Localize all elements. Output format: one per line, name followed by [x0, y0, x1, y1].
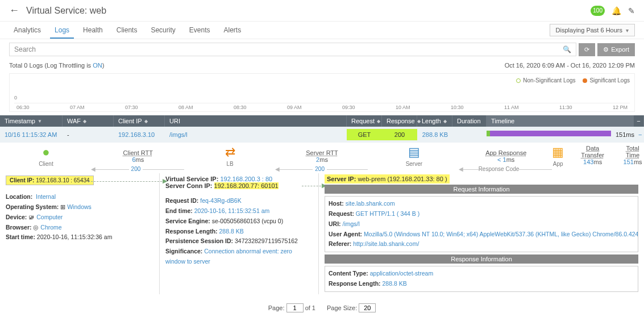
resp-len-v[interactable]: 288.8 KB — [383, 280, 407, 287]
bell-icon[interactable]: 🔔 — [612, 6, 621, 15]
arrow-200-1: 200 — [129, 166, 143, 172]
reqid-v[interactable]: feq-43Rg-dB6K — [200, 197, 241, 204]
data-transfer-val: 143 — [583, 158, 593, 165]
th-expand[interactable]: − — [634, 115, 644, 127]
row-method: GET — [347, 129, 382, 140]
total-pre: Total — [9, 62, 24, 69]
tab-events[interactable]: Events — [185, 22, 215, 39]
browser-k: Browser: — [6, 224, 32, 231]
sort-icon: ◆ — [83, 119, 86, 124]
s-bullet-icon — [583, 78, 587, 83]
server-ip-v: web-prem (192.168.201.33: 80 ) — [358, 176, 447, 182]
health-badge[interactable]: 100 — [591, 6, 605, 16]
endtime-k: End time: — [165, 207, 193, 214]
th-clientip[interactable]: Client IP◆ — [114, 115, 165, 127]
sig-k: Significance: — [165, 248, 202, 254]
page-k: Page: — [268, 304, 285, 311]
endtime-v[interactable]: 2020-10-16, 11:15:32:51 am — [194, 207, 270, 214]
th-uri[interactable]: URI — [165, 115, 347, 127]
arrow-line — [88, 181, 165, 182]
conn-ip-k: Server Conn IP: — [165, 182, 214, 189]
axis-x-tick: 12 PM — [613, 105, 628, 110]
data-transfer-label: Data Transfer — [577, 145, 608, 158]
log-row[interactable]: 10/16 11:15:32 AM - 192.168.3.10 /imgs/l… — [0, 127, 644, 143]
throttle-link[interactable]: ON — [93, 62, 102, 69]
os-k: Operating System: — [6, 203, 59, 210]
reqid-k: Request ID: — [165, 197, 198, 204]
export-button[interactable]: ⚙ Export — [597, 43, 635, 56]
refresh-icon: ⟳ — [584, 46, 589, 53]
location-k: Location: — [6, 193, 32, 200]
total-tail: ) — [102, 62, 105, 69]
client-ip-k: Client IP: — [10, 177, 36, 183]
axis-x-tick: 11:30 — [559, 105, 572, 110]
th-request[interactable]: Request◆ — [347, 115, 382, 127]
time-window: Oct 16, 2020 6:09 AM - Oct 16, 2020 12:0… — [505, 62, 635, 69]
pagesize-control: Page Size: — [327, 303, 376, 312]
th-duration[interactable]: Duration — [452, 115, 487, 127]
log-timeline-chart[interactable]: Non-Significant Logs Significant Logs 0 … — [9, 73, 635, 112]
axis-x-tick: 09:30 — [342, 105, 355, 110]
windows-icon: ⊞ — [60, 203, 65, 210]
pagesize-input[interactable] — [359, 303, 376, 312]
server-rtt-label: Server RTT — [276, 149, 368, 156]
search-input[interactable]: Search 🔍 — [9, 43, 576, 56]
th-label: Client IP — [118, 118, 142, 124]
axis-x-tick: 10:30 — [451, 105, 464, 110]
page-control: Page: of 1 — [268, 303, 315, 312]
th-waf[interactable]: WAF◆ — [63, 115, 114, 127]
th-length[interactable]: Length◆ — [417, 115, 452, 127]
ref-v[interactable]: http://site.lab.shank.com/ — [353, 240, 419, 247]
sort-icon: ◆ — [443, 119, 447, 124]
row-length[interactable]: 288.8 KB — [422, 131, 448, 138]
search-icon[interactable]: 🔍 — [563, 45, 571, 53]
ct-k: Content Type: — [329, 270, 368, 277]
page-input[interactable] — [286, 303, 304, 312]
chrome-icon: ◎ — [33, 224, 39, 231]
th-label: Request — [351, 118, 375, 124]
th-timestamp[interactable]: Timestamp▼ — [0, 115, 63, 127]
legend-s: Significant Logs — [589, 77, 630, 84]
host-v[interactable]: site.lab.shank.com — [346, 200, 395, 207]
resplen-v[interactable]: 288.8 KB — [219, 228, 244, 235]
device-v[interactable]: Computer — [36, 214, 63, 220]
edit-icon[interactable]: ✎ — [628, 6, 635, 15]
tab-logs[interactable]: Logs — [50, 22, 74, 39]
conn-ip-v: 192.168.200.77: 60101 — [214, 182, 279, 189]
th-response[interactable]: Response◆ — [382, 115, 417, 127]
th-timeline[interactable]: Timeline — [487, 115, 634, 127]
row-timeline-bar — [487, 131, 611, 136]
request-info-panel: Host: site.lab.shank.com Request: GET HT… — [325, 196, 638, 252]
tab-alerts[interactable]: Alerts — [219, 22, 246, 39]
response-info-header: Response Information — [325, 254, 638, 264]
server-label: Server — [368, 161, 460, 167]
row-clientip[interactable]: 192.168.3.10 — [118, 131, 155, 138]
arrow-200-2: 200 — [313, 166, 327, 172]
rtt-unit: ms — [506, 156, 515, 163]
tab-clients[interactable]: Clients — [112, 22, 142, 39]
location-v[interactable]: Internal — [36, 193, 56, 200]
back-arrow[interactable]: ← — [9, 5, 19, 16]
page-title: Virtual Service: web — [26, 6, 106, 16]
tab-security[interactable]: Security — [146, 22, 180, 39]
pagesize-k: Page Size: — [327, 304, 357, 311]
vs-ip-v[interactable]: 192.168.200.3 : 80 — [220, 176, 272, 182]
tab-analytics[interactable]: Analytics — [9, 22, 45, 39]
row-status: 200 — [382, 129, 417, 140]
time-range-dropdown[interactable]: Displaying Past 6 Hours ▾ — [550, 24, 635, 36]
collapse-row-icon[interactable]: − — [634, 129, 644, 140]
axis-x-tick: 06:30 — [16, 105, 30, 110]
ct-v[interactable]: application/octet-stream — [370, 270, 433, 277]
tab-health[interactable]: Health — [78, 22, 107, 39]
ua-v[interactable]: Mozilla/5.0 (Windows NT 10.0; Win64; x64… — [364, 231, 638, 237]
req-v[interactable]: GET HTTP/1.1 ( 344 B ) — [356, 210, 419, 217]
app-label: App — [552, 161, 564, 167]
req-uri-v[interactable]: /imgs/l — [343, 220, 360, 227]
refresh-button[interactable]: ⟳ — [579, 43, 595, 56]
browser-v[interactable]: Chrome — [40, 224, 61, 231]
se-v: se-005056860163 (vcpu 0) — [212, 218, 284, 224]
row-uri[interactable]: /imgs/l — [169, 131, 188, 138]
row-timestamp[interactable]: 10/16 11:15:32 AM — [5, 131, 57, 138]
os-v[interactable]: Windows — [67, 203, 92, 210]
client-ip-box: Client IP: 192.168.3.10 : 65434 — [6, 176, 94, 185]
